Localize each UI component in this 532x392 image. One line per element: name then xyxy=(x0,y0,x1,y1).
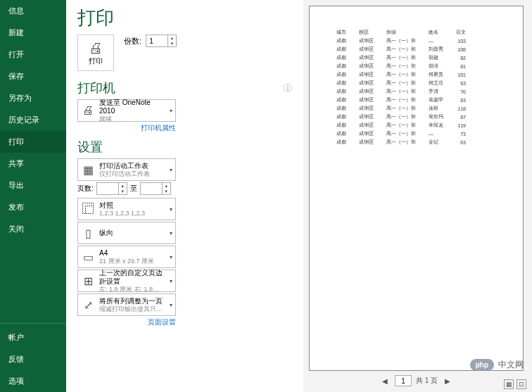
sidebar-item[interactable]: 选项 xyxy=(0,370,66,392)
table-row: 成都成华区高一（一）班连研118 xyxy=(331,105,471,112)
collate-dropdown[interactable]: ⿸ 对照 1,2,3 1,2,3 1,2,3 ▾ xyxy=(77,198,176,220)
spin-down-icon[interactable]: ▼ xyxy=(167,41,176,46)
print-button-label: 打印 xyxy=(89,56,103,66)
printer-ready-icon: 🖨 xyxy=(81,102,95,119)
table-header: 姓名 xyxy=(423,29,449,36)
print-button[interactable]: 🖨 打印 xyxy=(77,34,114,71)
table-header: 语文 xyxy=(450,29,471,36)
sheets-icon: ▦ xyxy=(81,161,95,178)
sidebar-item[interactable]: 共享 xyxy=(0,153,66,175)
sidebar-item[interactable]: 发布 xyxy=(0,196,66,218)
print-panel: 打印 🖨 打印 份数: 1 ▲▼ 打印机 i 🖨 发送至 OneNote 201… xyxy=(66,0,303,392)
chevron-down-icon: ▾ xyxy=(170,254,172,260)
chevron-down-icon: ▾ xyxy=(170,108,172,114)
sidebar-item[interactable]: 信息 xyxy=(0,0,66,22)
sidebar-item[interactable]: 打开 xyxy=(0,44,66,65)
current-page-input[interactable] xyxy=(395,375,412,386)
sidebar-item[interactable]: 另存为 xyxy=(0,87,66,109)
sidebar-item[interactable]: 帐户 xyxy=(0,327,66,348)
show-margins-button[interactable]: ▦ xyxy=(504,379,514,389)
table-row: 成都成华区高一（一）班—73 xyxy=(331,130,471,137)
page-setup-link[interactable]: 页面设置 xyxy=(148,318,176,326)
table-row: 成都成华区高一（一）班安欣玛87 xyxy=(331,113,471,120)
chevron-down-icon: ▾ xyxy=(170,230,172,236)
table-header: 班级 xyxy=(381,29,422,36)
page-to-input[interactable]: ▲▼ xyxy=(140,182,171,195)
sidebar-item[interactable]: 保存 xyxy=(0,65,66,87)
table-row: 成都成华区高一（一）班胡泽81 xyxy=(331,63,471,70)
printer-dropdown[interactable]: 🖨 发送至 OneNote 2010 就绪 ▾ xyxy=(77,99,176,122)
table-row: 成都成华区高一（一）班—103 xyxy=(331,37,471,44)
page-icon: ▭ xyxy=(81,248,95,265)
collate-icon: ⿸ xyxy=(81,201,95,217)
print-preview-area: 城市校区班级姓名语文成都成华区高一（一）班—103成都成华区高一（一）班刘晋秀1… xyxy=(303,0,532,392)
source-watermark: php 中文网 xyxy=(470,359,524,371)
table-row: 成都成华区高一（一）班何君赏101 xyxy=(331,71,471,78)
scaling-dropdown[interactable]: ⤢ 将所有列调整为一页 缩减打印输出使其只有一… ▾ xyxy=(77,293,176,316)
orientation-dropdown[interactable]: ▯ 纵向 ▾ xyxy=(77,222,176,244)
table-header: 校区 xyxy=(353,29,379,36)
sidebar-item[interactable]: 反馈 xyxy=(0,348,66,370)
sidebar-item[interactable]: 打印 xyxy=(0,131,66,153)
printer-icon: 🖨 xyxy=(89,40,103,56)
pages-to-label: 至 xyxy=(130,184,137,194)
sidebar-item[interactable]: 关闭 xyxy=(0,218,66,240)
copies-input[interactable]: 1 ▲▼ xyxy=(146,34,177,47)
pages-label: 页数: xyxy=(77,184,94,194)
printer-properties-link[interactable]: 打印机属性 xyxy=(141,124,176,132)
spin-up-icon[interactable]: ▲ xyxy=(167,35,176,41)
margins-icon: ⊞ xyxy=(81,272,95,289)
scaling-icon: ⤢ xyxy=(81,296,95,313)
table-row: 成都成华区高一（一）班金记63 xyxy=(331,139,471,146)
preview-data-table: 城市校区班级姓名语文成都成华区高一（一）班—103成都成华区高一（一）班刘晋秀1… xyxy=(329,27,473,147)
paper-size-dropdown[interactable]: ▭ A4 21 厘米 x 29.7 厘米 ▾ xyxy=(77,246,176,268)
table-row: 成都成华区高一（一）班黄蕊甲63 xyxy=(331,96,471,103)
chevron-down-icon: ▾ xyxy=(170,167,172,173)
sidebar-item[interactable]: 历史记录 xyxy=(0,109,66,131)
backstage-sidebar: 信息新建打开保存另存为历史记录打印共享导出发布关闭 帐户反馈选项 xyxy=(0,0,66,392)
table-row: 成都成华区高一（一）班辛琛龙119 xyxy=(331,122,471,129)
chevron-down-icon: ▾ xyxy=(170,278,172,284)
total-pages-label: 共 1 页 xyxy=(416,376,438,386)
printer-section-title: 打印机 xyxy=(77,80,115,96)
portrait-icon: ▯ xyxy=(81,225,95,241)
table-row: 成都成华区高一（一）班何立浩63 xyxy=(331,80,471,87)
copies-label: 份数: xyxy=(124,36,141,46)
sidebar-item[interactable]: 新建 xyxy=(0,22,66,44)
margins-dropdown[interactable]: ⊞ 上一次的自定义页边距设置 左: 1.8 厘米 右: 1.8… ▾ xyxy=(77,270,176,292)
table-row: 成都成华区高一（一）班刘晋秀108 xyxy=(331,46,471,53)
table-row: 成都成华区高一（一）班齐清76 xyxy=(331,88,471,95)
settings-section-title: 设置 xyxy=(77,139,103,156)
preview-page: 城市校区班级姓名语文成都成华区高一（一）班—103成都成华区高一（一）班刘晋秀1… xyxy=(309,6,524,371)
next-page-button[interactable]: ▶ xyxy=(442,377,453,385)
page-from-input[interactable]: ▲▼ xyxy=(96,182,127,195)
preview-page-nav: ◀ 共 1 页 ▶ xyxy=(309,371,524,386)
prev-page-button[interactable]: ◀ xyxy=(379,377,391,385)
table-header: 城市 xyxy=(331,29,352,36)
table-row: 成都成华区高一（一）班胡超82 xyxy=(331,54,471,61)
page-title: 打印 xyxy=(77,6,292,30)
zoom-to-page-button[interactable]: ⊡ xyxy=(517,379,526,389)
chevron-down-icon: ▾ xyxy=(170,302,172,308)
print-what-dropdown[interactable]: ▦ 打印活动工作表 仅打印活动工作表 ▾ xyxy=(77,158,176,181)
sidebar-item[interactable]: 导出 xyxy=(0,175,66,196)
chevron-down-icon: ▾ xyxy=(170,206,172,213)
info-icon[interactable]: i xyxy=(284,84,292,92)
php-badge-icon: php xyxy=(470,359,494,371)
